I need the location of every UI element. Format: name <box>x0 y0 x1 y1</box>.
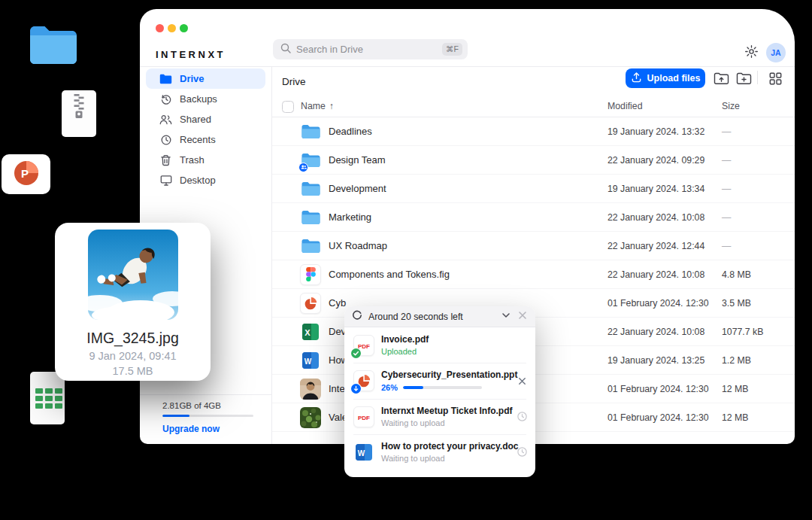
folder-upload-icon <box>714 72 729 85</box>
zip-file-icon[interactable] <box>62 90 96 137</box>
sidebar-item-backups[interactable]: Backups <box>146 89 265 109</box>
select-all-checkbox[interactable] <box>282 101 294 113</box>
close-popup-button[interactable] <box>517 310 528 324</box>
storage-usage-label: 2.81GB of 4GB <box>162 401 271 410</box>
upload-folder-button[interactable] <box>713 71 729 86</box>
file-modified-date: 01 February 2024. 12:30 <box>607 384 722 394</box>
upload-item-name: Internxt Meetup Ticket Info.pdf <box>381 406 509 416</box>
powerpoint-icon <box>300 293 321 314</box>
uploading-badge <box>350 383 362 394</box>
clock-icon <box>160 134 172 146</box>
file-name: Deadlines <box>329 126 607 137</box>
window-controls <box>156 24 188 32</box>
storage-progress-bar <box>162 415 253 417</box>
column-header-name[interactable]: Name↑ <box>301 101 334 111</box>
powerpoint-file-card[interactable]: P <box>2 154 50 194</box>
chevron-down-icon <box>501 310 511 321</box>
grid-glyph-icon <box>35 388 59 409</box>
collapse-popup-button[interactable] <box>501 310 511 324</box>
new-folder-button[interactable] <box>735 71 752 86</box>
sort-ascending-icon: ↑ <box>329 101 334 111</box>
svg-text:PDF: PDF <box>358 414 370 421</box>
shared-people-icon <box>159 114 172 125</box>
table-row[interactable]: Marketing 22 January 2024. 10:08 — <box>272 203 795 232</box>
trash-icon <box>160 154 171 166</box>
backups-icon <box>159 93 172 105</box>
cancel-upload-button[interactable] <box>516 376 528 386</box>
settings-button[interactable] <box>744 45 759 60</box>
grid-view-icon <box>769 72 782 85</box>
cancel-upload-icon <box>517 376 527 386</box>
file-modified-date: 22 January 2024. 10:08 <box>607 269 722 280</box>
plant-photo-icon <box>300 407 321 428</box>
zoom-window-button[interactable] <box>180 24 188 32</box>
sidebar-item-recents[interactable]: Recents <box>146 129 265 150</box>
table-row[interactable]: Design Team 22 January 2024. 09:29 — <box>272 146 795 175</box>
excel-file-icon: X <box>301 322 320 342</box>
sidebar-item-drive[interactable]: Drive <box>146 68 265 89</box>
preview-filename: IMG_3245.jpg <box>86 330 179 347</box>
gear-icon <box>744 44 759 62</box>
spreadsheet-file-icon[interactable] <box>30 372 65 424</box>
backup-clock-icon <box>160 93 172 105</box>
upload-item: Cybersecurity_Presentation.ppt 26% <box>344 363 535 399</box>
svg-text:W: W <box>358 449 365 457</box>
desktop-folder-icon[interactable] <box>29 23 78 65</box>
sidebar-item-label: Recents <box>180 134 216 145</box>
upload-item-name: How to protect your privacy.doc <box>381 441 509 452</box>
powerpoint-file-icon <box>300 293 321 314</box>
folder-icon <box>300 207 321 228</box>
avatar[interactable]: JA <box>766 43 786 62</box>
file-size: — <box>722 241 795 251</box>
upload-files-button[interactable]: Upload files <box>626 68 705 88</box>
powerpoint-icon <box>353 370 374 391</box>
uploaded-badge <box>350 348 362 359</box>
folder-icon <box>300 236 321 257</box>
file-size: — <box>722 126 795 137</box>
table-row[interactable]: UX Roadmap 22 January 2024. 12:44 — <box>272 232 795 260</box>
file-name: Components and Tokens.fig <box>329 269 607 280</box>
sidebar-item-shared[interactable]: Shared <box>146 109 265 129</box>
word-icon: W <box>300 350 321 371</box>
upload-progress-fill <box>403 386 423 389</box>
close-window-button[interactable] <box>156 24 164 32</box>
svg-text:X: X <box>304 327 311 336</box>
folder-shared-icon <box>300 150 321 171</box>
search-placeholder: Search in Drive <box>296 44 437 55</box>
folder-icon <box>159 74 172 84</box>
excel-icon: X <box>300 321 321 342</box>
file-name: UX Roadmap <box>329 240 607 251</box>
column-header-size[interactable]: Size <box>722 101 740 111</box>
minimize-window-button[interactable] <box>168 24 176 32</box>
figma-file-icon <box>300 264 321 285</box>
upload-item-status: Waiting to upload <box>381 418 509 427</box>
file-size: 1077.7 kB <box>722 327 795 337</box>
search-input[interactable]: Search in Drive ⌘F <box>273 39 468 59</box>
sidebar-item-trash[interactable]: Trash <box>146 150 265 170</box>
storage-progress-fill <box>162 415 189 417</box>
column-header-modified[interactable]: Modified <box>607 101 642 111</box>
uploading-arrow-icon <box>351 384 361 394</box>
grid-view-button[interactable] <box>767 71 783 86</box>
upgrade-now-link[interactable]: Upgrade now <box>162 424 271 434</box>
image-preview-card[interactable]: IMG_3245.jpg 9 Jan 2024, 09:41 17.5 MB <box>55 223 211 381</box>
shared-people-icon <box>301 165 307 169</box>
table-row[interactable]: Deadlines 19 January 2024. 13:32 — <box>272 117 795 146</box>
sidebar-item-desktop[interactable]: Desktop <box>146 170 265 190</box>
upload-percent: 26% <box>381 383 398 392</box>
waiting-indicator <box>516 411 528 422</box>
sidebar-item-label: Trash <box>180 154 205 166</box>
search-icon <box>280 43 291 56</box>
sidebar-item-label: Shared <box>180 114 211 125</box>
upload-items-list: PDF Invoice.pdf Uploaded Cybersecurity_P… <box>344 327 535 470</box>
upload-time-remaining: Around 20 seconds left <box>368 312 495 322</box>
upload-progress-bar <box>403 386 482 389</box>
table-row[interactable]: Development 19 January 2024. 13:34 — <box>272 175 795 203</box>
pdf-icon: PDF <box>353 406 374 427</box>
file-size: 12 MB <box>722 384 795 394</box>
upload-progress: 26% <box>381 383 509 392</box>
table-row[interactable]: Components and Tokens.fig 22 January 202… <box>272 260 795 289</box>
file-size: 3.5 MB <box>722 298 795 309</box>
file-modified-date: 19 January 2024. 13:25 <box>607 355 722 366</box>
upload-item: W How to protect your privacy.doc Waitin… <box>344 434 535 470</box>
